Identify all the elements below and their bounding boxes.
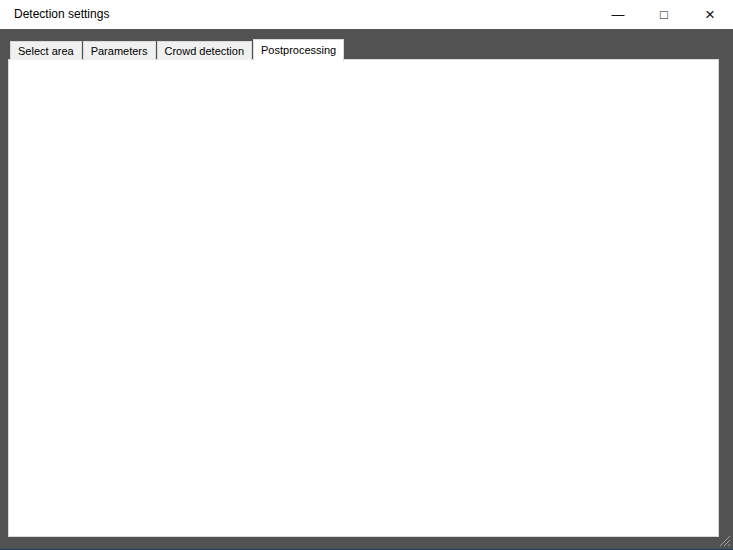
tab-parameters[interactable]: Parameters — [83, 41, 156, 60]
window-title: Detection settings — [14, 7, 109, 21]
tab-select-area[interactable]: Select area — [10, 41, 82, 60]
tab-crowd-detection[interactable]: Crowd detection — [157, 41, 253, 60]
detection-settings-window: Detection settings — □ × Select area Par… — [0, 0, 733, 550]
close-icon[interactable]: × — [687, 0, 733, 29]
resize-grip-icon[interactable] — [717, 533, 731, 547]
tab-postprocessing[interactable]: Postprocessing — [253, 39, 344, 61]
window-controls: — □ × — [595, 0, 733, 29]
postprocessing-page — [8, 59, 719, 537]
tab-bar: Select area Parameters Crowd detection P… — [10, 39, 345, 60]
minimize-icon[interactable]: — — [595, 0, 641, 29]
titlebar: Detection settings — □ × — [0, 0, 733, 29]
maximize-icon[interactable]: □ — [641, 0, 687, 29]
